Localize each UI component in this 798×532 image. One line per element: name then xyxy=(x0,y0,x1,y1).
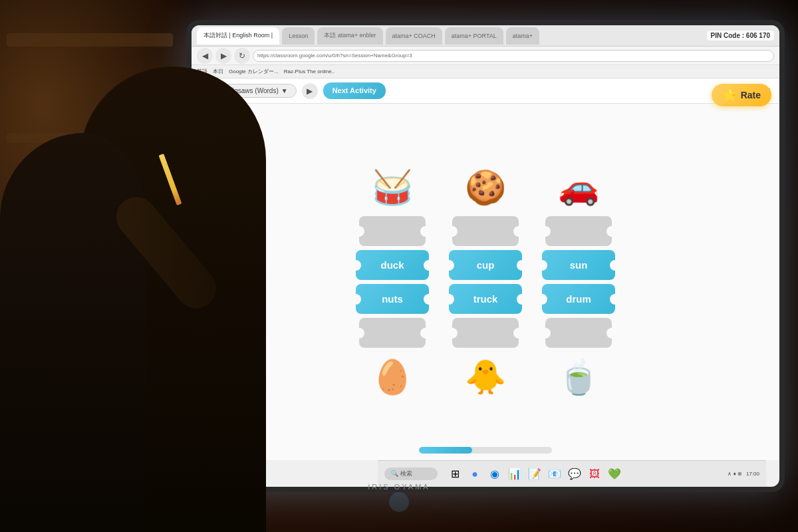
taskbar-word-icon[interactable]: 📝 xyxy=(527,466,543,482)
browser-tab-bar: 本語対話 | English Room | Lesson 本語 atama+ e… xyxy=(192,25,779,47)
empty-slot-3-1[interactable] xyxy=(545,216,612,246)
word-cup[interactable]: cup xyxy=(449,250,522,280)
tv-brand-label: IRIS OYAMA xyxy=(368,483,430,491)
progress-bar xyxy=(419,447,552,454)
browser-toolbar: ◀ ▶ ↻ https://classroom.google.com/u/0/h… xyxy=(192,47,779,65)
taskbar-icons: ⊞ ● ◉ 📊 📝 📧 💬 🖼 💚 xyxy=(447,466,622,482)
app-toolbar: ◀ Jigsaws (Words) ▼ ▶ Next Activity ✎ ✦ … xyxy=(192,78,779,104)
word-sun[interactable]: sun xyxy=(542,250,615,280)
empty-slot-2-2[interactable] xyxy=(452,318,519,348)
app-forward-button[interactable]: ▶ xyxy=(302,83,318,99)
tv-monitor: 本語対話 | English Room | Lesson 本語 atama+ e… xyxy=(186,20,785,492)
system-tray: ∧ ♦ ⊗ xyxy=(728,471,742,477)
taskbar-edge-icon[interactable]: ◉ xyxy=(487,466,503,482)
dropdown-arrow-icon: ▼ xyxy=(281,87,288,94)
game-area: 🥁 duck nuts 🥚 🍪 cup truck � xyxy=(192,104,779,460)
shelf-1 xyxy=(7,33,173,47)
forward-button[interactable]: ▶ xyxy=(215,48,231,64)
bookmark-bar: 英語 本日 Google カレンダー... Raz-Plus The onlin… xyxy=(192,65,779,78)
pin-code-display: PIN Code : 606 170 xyxy=(707,31,774,41)
rate-star-icon: ⭐ xyxy=(722,88,737,102)
word-nuts[interactable]: nuts xyxy=(356,284,429,314)
bookmark-today[interactable]: 本日 xyxy=(213,68,223,75)
taskbar-right: ∧ ♦ ⊗ 17:00 xyxy=(728,471,759,477)
word-truck[interactable]: truck xyxy=(449,284,522,314)
image-egg: 🥚 xyxy=(362,352,422,402)
puzzle-column-1: 🥁 duck nuts 🥚 xyxy=(352,162,432,402)
taskbar-chrome-icon[interactable]: ● xyxy=(467,466,483,482)
image-drum: 🥁 xyxy=(362,162,422,212)
bookmark-calendar[interactable]: Google カレンダー... xyxy=(229,68,279,75)
puzzle-container: 🥁 duck nuts 🥚 🍪 cup truck � xyxy=(339,149,632,415)
address-bar[interactable]: https://classroom.google.com/u/0/h?sn=Se… xyxy=(253,50,774,62)
progress-fill xyxy=(419,447,472,454)
clock: 17:00 xyxy=(746,471,759,477)
image-cup: 🍵 xyxy=(549,352,608,402)
taskbar-search[interactable]: 🔍 検索 xyxy=(384,467,438,480)
image-truck: 🚗 xyxy=(549,162,608,212)
puzzle-column-2: 🍪 cup truck 🐥 xyxy=(446,162,525,402)
next-activity-button[interactable]: Next Activity xyxy=(323,82,386,99)
tv-stand xyxy=(389,492,409,512)
tab-coach[interactable]: atama+ COACH xyxy=(386,27,442,45)
puzzle-column-3: 🚗 sun drum 🍵 xyxy=(539,162,618,402)
rate-label: Rate xyxy=(741,90,761,100)
taskbar-excel-icon[interactable]: 📊 xyxy=(507,466,523,482)
reload-button[interactable]: ↻ xyxy=(234,48,250,64)
rate-button[interactable]: ⭐ Rate xyxy=(712,84,771,106)
taskbar-skype-icon[interactable]: 💬 xyxy=(567,466,583,482)
tab-enbler[interactable]: 本語 atama+ enbler xyxy=(317,27,382,45)
back-button[interactable]: ◀ xyxy=(197,48,213,64)
word-duck[interactable]: duck xyxy=(356,250,429,280)
empty-slot-3-2[interactable] xyxy=(545,318,612,348)
tv-screen: 本語対話 | English Room | Lesson 本語 atama+ e… xyxy=(192,25,779,487)
tab-lesson[interactable]: Lesson xyxy=(282,27,315,45)
empty-slot-1-2[interactable] xyxy=(359,318,426,348)
image-nuts: 🍪 xyxy=(456,162,515,212)
taskbar-windows-icon[interactable]: ⊞ xyxy=(447,466,463,482)
taskbar-line-icon[interactable]: 💚 xyxy=(606,466,622,482)
bookmark-raz[interactable]: Raz-Plus The online.. xyxy=(284,68,334,74)
taskbar-photos-icon[interactable]: 🖼 xyxy=(587,466,602,482)
empty-slot-2-1[interactable] xyxy=(452,216,519,246)
taskbar-outlook-icon[interactable]: 📧 xyxy=(547,466,563,482)
tab-portal[interactable]: atama+ PORTAL xyxy=(445,27,503,45)
app-area: ◀ Jigsaws (Words) ▼ ▶ Next Activity ✎ ✦ … xyxy=(192,78,779,460)
taskbar: 🔍 検索 ⊞ ● ◉ 📊 📝 📧 💬 🖼 💚 ∧ ♦ ⊗ 17:00 xyxy=(378,460,766,487)
word-drum[interactable]: drum xyxy=(542,284,615,314)
image-duck: 🐥 xyxy=(456,352,515,402)
tab-atama[interactable]: atama+ xyxy=(506,27,539,45)
tab-active[interactable]: 本語対話 | English Room | xyxy=(197,27,279,45)
empty-slot-1-1[interactable] xyxy=(359,216,426,246)
person-left-silhouette xyxy=(0,133,146,532)
